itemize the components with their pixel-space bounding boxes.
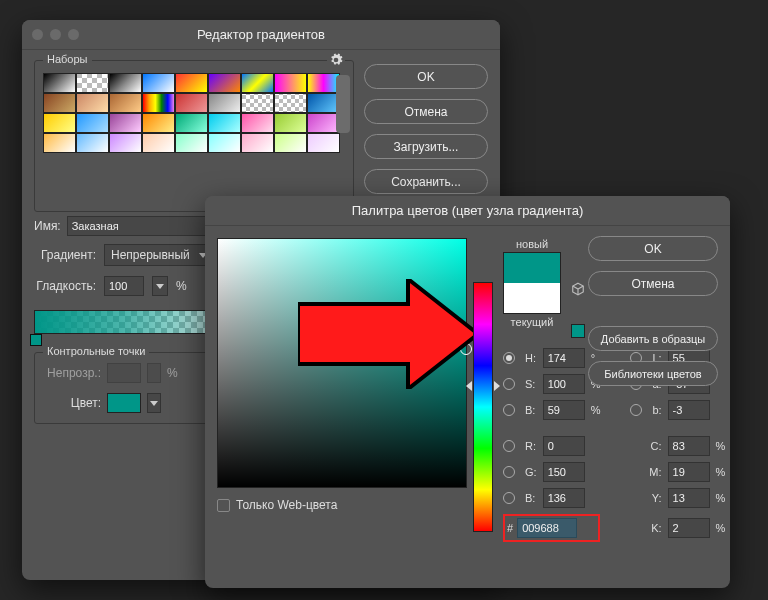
preset-swatch[interactable] xyxy=(241,73,274,93)
color-picker-title: Палитра цветов (цвет узла градиента) xyxy=(205,203,730,218)
preset-swatch[interactable] xyxy=(76,113,109,133)
hue-slider-handle[interactable] xyxy=(466,381,472,391)
gradient-editor-titlebar[interactable]: Редактор градиентов xyxy=(22,20,500,50)
preset-swatch[interactable] xyxy=(109,73,142,93)
name-input[interactable] xyxy=(67,216,215,236)
out-of-gamut-icon[interactable] xyxy=(571,282,585,296)
hsb-s-input[interactable] xyxy=(543,374,585,394)
color-picker-titlebar[interactable]: Палитра цветов (цвет узла градиента) xyxy=(205,196,730,226)
rgb-r-radio[interactable] xyxy=(503,440,515,452)
preset-grid[interactable] xyxy=(43,73,333,153)
hue-slider-handle[interactable] xyxy=(494,381,500,391)
preset-swatch[interactable] xyxy=(208,113,241,133)
lab-b-radio[interactable] xyxy=(630,404,642,416)
preset-swatch[interactable] xyxy=(208,93,241,113)
preset-swatch[interactable] xyxy=(109,133,142,153)
color-stop-handle[interactable] xyxy=(30,334,42,346)
gradient-type-select[interactable]: Непрерывный xyxy=(104,244,214,266)
preset-swatch[interactable] xyxy=(274,93,307,113)
stop-opacity-stepper xyxy=(147,363,161,383)
gradient-type-label: Градиент: xyxy=(34,248,96,262)
preset-swatch[interactable] xyxy=(175,93,208,113)
preset-swatch[interactable] xyxy=(43,133,76,153)
preset-swatch[interactable] xyxy=(241,93,274,113)
preset-swatch[interactable] xyxy=(142,73,175,93)
preset-swatch[interactable] xyxy=(142,113,175,133)
hsb-b-input[interactable] xyxy=(543,400,585,420)
stop-opacity-input xyxy=(107,363,141,383)
cancel-button[interactable]: Отмена xyxy=(364,99,488,124)
web-only-checkbox[interactable] xyxy=(217,499,230,512)
cmyk-y-input[interactable] xyxy=(668,488,710,508)
new-current-swatch[interactable] xyxy=(503,252,561,314)
current-color-label: текущий xyxy=(511,316,554,328)
web-safe-swatch[interactable] xyxy=(571,324,585,338)
rgb-r-input[interactable] xyxy=(543,436,585,456)
rgb-b-radio[interactable] xyxy=(503,492,515,504)
preset-swatch[interactable] xyxy=(175,113,208,133)
preset-swatch[interactable] xyxy=(175,73,208,93)
stop-color-swatch[interactable] xyxy=(107,393,141,413)
load-button[interactable]: Загрузить... xyxy=(364,134,488,159)
preset-swatch[interactable] xyxy=(142,93,175,113)
gradient-editor-title: Редактор градиентов xyxy=(22,27,500,42)
preset-swatch[interactable] xyxy=(274,133,307,153)
svg-marker-0 xyxy=(298,279,478,389)
stops-panel: Контрольные точки Непрозр.: % Цвет: xyxy=(34,352,214,424)
preset-scrollbar[interactable] xyxy=(336,75,350,133)
preset-swatch[interactable] xyxy=(76,133,109,153)
color-field[interactable] xyxy=(217,238,467,488)
hsb-s-radio[interactable] xyxy=(503,378,515,390)
pct-symbol: % xyxy=(176,279,187,293)
preset-swatch[interactable] xyxy=(241,133,274,153)
cmyk-y-label: Y: xyxy=(630,492,661,504)
preset-swatch[interactable] xyxy=(241,113,274,133)
hex-input[interactable] xyxy=(517,518,577,538)
smoothness-label: Гладкость: xyxy=(34,279,96,293)
preset-swatch[interactable] xyxy=(43,113,76,133)
rgb-b-input[interactable] xyxy=(543,488,585,508)
stop-color-stepper[interactable] xyxy=(147,393,161,413)
preset-swatch[interactable] xyxy=(208,73,241,93)
preset-swatch[interactable] xyxy=(109,113,142,133)
preset-swatch[interactable] xyxy=(43,73,76,93)
web-only-label: Только Web-цвета xyxy=(236,498,337,512)
gradient-type-value: Непрерывный xyxy=(111,248,190,262)
rgb-g-input[interactable] xyxy=(543,462,585,482)
hsb-h-input[interactable] xyxy=(543,348,585,368)
preset-swatch[interactable] xyxy=(43,93,76,113)
color-picker-dialog: Палитра цветов (цвет узла градиента) Тол… xyxy=(205,196,730,588)
picker-ok-button[interactable]: OK xyxy=(588,236,718,261)
preset-swatch[interactable] xyxy=(76,73,109,93)
hsb-b-radio[interactable] xyxy=(503,404,515,416)
stops-label: Контрольные точки xyxy=(43,345,149,357)
rgb-g-radio[interactable] xyxy=(503,466,515,478)
color-libraries-button[interactable]: Библиотеки цветов xyxy=(588,361,718,386)
cmyk-k-label: K: xyxy=(630,522,661,534)
new-color-label: новый xyxy=(516,238,548,250)
preset-swatch[interactable] xyxy=(76,93,109,113)
smoothness-input[interactable] xyxy=(104,276,144,296)
lab-b-input[interactable] xyxy=(668,400,710,420)
picker-cancel-button[interactable]: Отмена xyxy=(588,271,718,296)
save-button[interactable]: Сохранить... xyxy=(364,169,488,194)
preset-swatch[interactable] xyxy=(307,133,340,153)
preset-swatch[interactable] xyxy=(109,93,142,113)
hsb-h-radio[interactable] xyxy=(503,352,515,364)
cmyk-k-input[interactable] xyxy=(668,518,710,538)
stop-opacity-label: Непрозр.: xyxy=(45,366,101,380)
color-field-cursor[interactable] xyxy=(460,343,472,355)
cmyk-c-input[interactable] xyxy=(668,436,710,456)
add-swatch-button[interactable]: Добавить в образцы xyxy=(588,326,718,351)
smoothness-stepper[interactable] xyxy=(152,276,168,296)
ok-button[interactable]: OK xyxy=(364,64,488,89)
gear-icon[interactable] xyxy=(329,53,343,67)
preset-swatch[interactable] xyxy=(208,133,241,153)
preset-swatch[interactable] xyxy=(142,133,175,153)
preset-swatch[interactable] xyxy=(274,73,307,93)
preset-swatch[interactable] xyxy=(274,113,307,133)
hue-slider[interactable] xyxy=(473,282,493,532)
preset-swatch[interactable] xyxy=(175,133,208,153)
cmyk-m-input[interactable] xyxy=(668,462,710,482)
gradient-bar[interactable] xyxy=(34,310,214,334)
